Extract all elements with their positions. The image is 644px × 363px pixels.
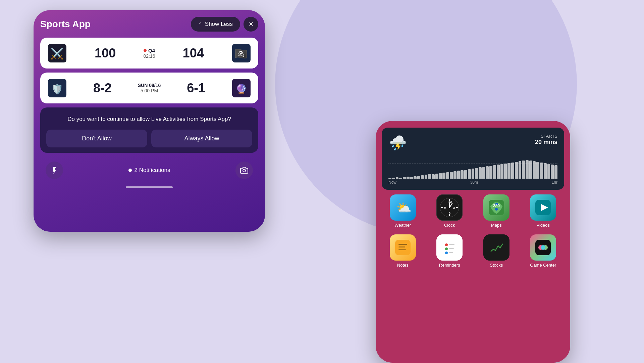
app-grid-row1: ⛅ Weather 12 3 6 9: [376, 194, 570, 228]
home-bar: [126, 186, 173, 188]
app-maps[interactable]: 280 Maps: [476, 194, 517, 228]
always-allow-button[interactable]: Always Allow: [151, 130, 252, 147]
game-center-app-graphic: [535, 240, 551, 255]
rain-bar: [486, 166, 489, 179]
rain-bar: [475, 168, 478, 179]
right-phone: ⛈️ STARTS 20 mins Now 30m 1hr: [376, 121, 570, 363]
close-button[interactable]: ✕: [244, 17, 258, 32]
svg-text:🔮: 🔮: [235, 84, 247, 95]
videos-app-icon: [530, 194, 556, 221]
game2-date: SUN 08/16: [138, 83, 161, 88]
chart-label-1hr: 1hr: [552, 180, 557, 185]
notification-dot: [128, 169, 132, 172]
app-notes[interactable]: Notes: [382, 234, 423, 268]
rain-bar: [536, 162, 539, 179]
rain-bar: [544, 163, 547, 179]
rain-bar: [497, 165, 500, 179]
maps-app-icon: 280: [483, 194, 509, 221]
rain-bar: [482, 167, 485, 179]
rain-bar: [493, 165, 496, 179]
rain-bar: [396, 177, 399, 179]
starts-label: STARTS: [535, 134, 557, 139]
app-clock[interactable]: 12 3 6 9 Clock: [429, 194, 470, 228]
camera-button[interactable]: [235, 162, 253, 179]
weather-starts: STARTS 20 mins: [535, 134, 557, 146]
rain-bar: [446, 172, 449, 179]
starts-value: 20 mins: [535, 139, 557, 146]
app-game-center[interactable]: Game Center: [523, 234, 564, 268]
notifications-indicator: 2 Notifications: [128, 167, 170, 174]
rain-bar: [511, 163, 514, 179]
app-videos[interactable]: Videos: [523, 194, 564, 228]
team2-logo: 🏴‍☠️: [231, 43, 252, 63]
weather-app-label: Weather: [394, 223, 411, 228]
reminders-app-label: Reminders: [439, 263, 460, 268]
rain-bar: [457, 171, 460, 179]
svg-text:6: 6: [449, 212, 450, 215]
rain-bar: [540, 163, 543, 179]
rain-bar: [547, 164, 550, 179]
rain-bar: [439, 173, 442, 179]
rain-bar: [407, 177, 410, 179]
team3-logo: 🛡️: [47, 78, 67, 98]
svg-rect-32: [398, 249, 406, 250]
notes-app-icon: [390, 234, 416, 261]
stocks-app-graphic: [489, 240, 504, 255]
svg-text:🛡️: 🛡️: [51, 84, 63, 95]
game-center-app-label: Game Center: [530, 263, 556, 268]
weather-widget[interactable]: ⛈️ STARTS 20 mins Now 30m 1hr: [382, 128, 564, 190]
notes-app-label: Notes: [397, 263, 409, 268]
notes-app-graphic: [395, 240, 411, 255]
rain-bar: [453, 171, 457, 179]
rain-bar: [468, 169, 471, 179]
rain-bar: [399, 178, 402, 179]
game1-card: ⚔️ 100 Q4 02:16 104 🏴‍☠️: [40, 38, 258, 69]
rain-bar: [410, 177, 413, 179]
game2-card: 🛡️ 8-2 SUN 08/16 5:00 PM 6-1 🔮: [40, 73, 258, 103]
app-weather[interactable]: ⛅ Weather: [382, 194, 423, 228]
maps-app-label: Maps: [491, 223, 502, 228]
svg-rect-37: [449, 244, 454, 245]
videos-app-graphic: [535, 200, 551, 215]
rain-bar: [435, 174, 438, 179]
dont-allow-button[interactable]: Don't Allow: [46, 130, 147, 147]
notification-text: 2 Notifications: [135, 167, 170, 174]
rain-bar: [554, 165, 557, 179]
app-reminders[interactable]: Reminders: [429, 234, 470, 268]
rain-bar: [425, 175, 428, 179]
weather-icon-area: ⛈️: [388, 134, 406, 154]
rain-bar: [464, 170, 467, 179]
team2-score: 104: [183, 46, 204, 60]
svg-rect-30: [398, 244, 407, 245]
game1-info: Q4 02:16: [143, 48, 155, 59]
app-grid-row2: Notes Reminders: [376, 234, 570, 268]
chevron-up-icon: ⌃: [198, 21, 202, 27]
clock-app-icon: 12 3 6 9: [436, 194, 463, 221]
game2-time: 5:00 PM: [138, 88, 161, 93]
stocks-app-label: Stocks: [490, 263, 503, 268]
chart-label-30m: 30m: [470, 180, 478, 185]
svg-rect-38: [449, 248, 454, 249]
rain-bar: [472, 169, 475, 179]
flashlight-button[interactable]: [46, 162, 63, 179]
svg-text:3: 3: [453, 206, 455, 210]
team1-score: 100: [95, 46, 116, 60]
reminders-app-icon: [436, 234, 463, 261]
rain-bar: [507, 163, 511, 179]
app-stocks[interactable]: Stocks: [476, 234, 517, 268]
dashed-line: [388, 164, 557, 164]
weather-app-icon: ⛅: [390, 194, 416, 221]
svg-point-34: [445, 243, 448, 246]
storm-icon: ⛈️: [388, 134, 406, 151]
rain-bar: [403, 177, 406, 179]
show-less-button[interactable]: ⌃ Show Less: [191, 17, 240, 32]
svg-point-35: [445, 247, 448, 250]
rain-bar: [417, 176, 420, 179]
svg-text:🏴‍☠️: 🏴‍☠️: [234, 47, 248, 60]
svg-point-8: [243, 169, 246, 172]
chart-label-now: Now: [388, 180, 396, 185]
game2-info: SUN 08/16 5:00 PM: [138, 83, 161, 93]
live-indicator: [144, 49, 147, 52]
rain-bar: [526, 160, 529, 179]
svg-point-36: [445, 252, 448, 254]
